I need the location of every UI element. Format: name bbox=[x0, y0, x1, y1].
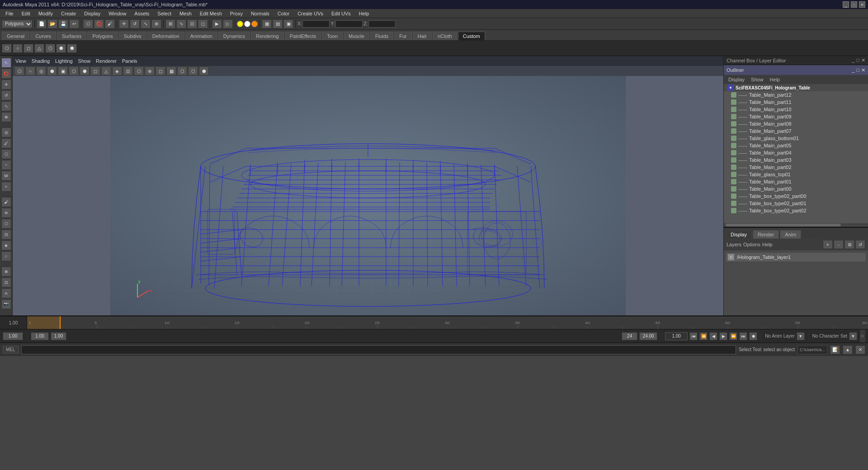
outliner-item-2[interactable]: —— Table_Main_part10 bbox=[724, 106, 868, 113]
shelf-icon-3[interactable]: ◻ bbox=[24, 44, 33, 53]
outliner-item-1[interactable]: —— Table_Main_part11 bbox=[724, 99, 868, 106]
vp-menu-renderer[interactable]: Renderer bbox=[96, 58, 117, 64]
shelf-icon-2[interactable]: ○ bbox=[13, 44, 23, 53]
outliner-vis-icon-15[interactable] bbox=[731, 201, 736, 206]
outliner-vis-icon-2[interactable] bbox=[731, 107, 736, 112]
scale-tool-btn[interactable]: ⤡ bbox=[1, 101, 11, 111]
outliner-vis-icon-13[interactable] bbox=[731, 186, 736, 192]
outliner-vis-icon-3[interactable] bbox=[731, 114, 736, 119]
outliner-vis-icon-4[interactable] bbox=[731, 121, 736, 127]
menu-window[interactable]: Window bbox=[105, 10, 130, 17]
outliner-item-0[interactable]: —— Table_Main_part12 bbox=[724, 91, 868, 99]
menu-normals[interactable]: Normals bbox=[247, 10, 273, 17]
step-forward-btn[interactable]: ⏩ bbox=[729, 332, 737, 340]
outliner-list[interactable]: ▼ SciFBXASC045Fi_Hologram_Table —— Table… bbox=[724, 84, 868, 223]
menu-proxy[interactable]: Proxy bbox=[226, 10, 246, 17]
step-back-btn[interactable]: ⏪ bbox=[699, 332, 708, 340]
shelf-tab-muscle[interactable]: Muscle bbox=[344, 32, 369, 40]
menu-help[interactable]: Help bbox=[355, 10, 373, 17]
record-btn[interactable]: ⏺ bbox=[749, 332, 757, 340]
layout-btn3[interactable]: ▣ bbox=[283, 19, 293, 28]
go-start-btn[interactable]: ⏮ bbox=[689, 332, 698, 340]
shelf-icon-1[interactable]: ⬡ bbox=[2, 44, 12, 53]
range-end-field[interactable] bbox=[639, 332, 657, 340]
maximize-btn[interactable]: □ bbox=[851, 1, 857, 8]
wire-btn[interactable]: W bbox=[1, 171, 11, 181]
playback-start-field[interactable] bbox=[51, 332, 66, 340]
outliner-vis-icon-10[interactable] bbox=[731, 164, 736, 170]
outliner-vis-icon-5[interactable] bbox=[731, 128, 736, 134]
outliner-item-4[interactable]: —— Table_Main_part08 bbox=[724, 120, 868, 127]
soft-mod-btn[interactable]: ◎ bbox=[1, 127, 11, 137]
vp-icon-16[interactable]: ⬡ bbox=[177, 66, 187, 75]
shelf-tab-custom[interactable]: Custom bbox=[458, 32, 485, 40]
blend-shape-btn[interactable]: ⊡ bbox=[1, 230, 11, 240]
vp-menu-shading[interactable]: Shading bbox=[32, 58, 50, 64]
vp-icon-1[interactable]: ⬡ bbox=[14, 66, 24, 75]
shelf-tab-ncloth[interactable]: nCloth bbox=[433, 32, 457, 40]
layer-refresh-btn[interactable]: ↺ bbox=[855, 240, 865, 249]
titlebar-controls[interactable]: _ □ ✕ bbox=[843, 1, 865, 8]
jiggle-btn[interactable]: ~ bbox=[1, 160, 11, 170]
outliner-vis-icon-1[interactable] bbox=[731, 99, 736, 105]
outliner-item-12[interactable]: —— Table_Main_part01 bbox=[724, 178, 868, 185]
outliner-minimize[interactable]: _ bbox=[852, 67, 854, 73]
annotation-btn[interactable]: A bbox=[1, 288, 11, 298]
shelf-tab-fur[interactable]: Fur bbox=[394, 32, 412, 40]
timeline-ruler[interactable]: 1 5 10 15 20 25 30 35 40 45 50 55 60 bbox=[27, 316, 868, 329]
menu-assets[interactable]: Assets bbox=[131, 10, 153, 17]
menu-edit-uvs[interactable]: Edit UVs bbox=[328, 10, 354, 17]
paint-select-btn[interactable]: 🖌 bbox=[105, 19, 115, 28]
open-scene-btn[interactable]: 📂 bbox=[47, 19, 57, 28]
vp-icon-8[interactable]: ◻ bbox=[90, 66, 100, 75]
camera-btn[interactable]: 📷 bbox=[1, 299, 11, 309]
layer-new-btn[interactable]: + bbox=[823, 240, 833, 249]
rotate-tool-btn[interactable]: ↺ bbox=[1, 90, 11, 100]
current-frame-display[interactable] bbox=[665, 332, 688, 340]
vp-menu-lighting[interactable]: Lighting bbox=[55, 58, 73, 64]
menu-mesh[interactable]: Mesh bbox=[176, 10, 195, 17]
menu-create-uvs[interactable]: Create UVs bbox=[294, 10, 327, 17]
outliner-vis-icon-14[interactable] bbox=[731, 193, 736, 199]
vp-menu-show[interactable]: Show bbox=[78, 58, 91, 64]
shelf-icon-4[interactable]: △ bbox=[34, 44, 44, 53]
menu-color[interactable]: Color bbox=[274, 10, 293, 17]
layer-menu-layers[interactable]: Layers bbox=[726, 242, 741, 247]
outliner-item-3[interactable]: —— Table_Main_part09 bbox=[724, 113, 868, 120]
snap-grid-btn[interactable]: ⊞ bbox=[165, 19, 175, 28]
outliner-maximize[interactable]: □ bbox=[856, 67, 859, 73]
minimize-btn[interactable]: _ bbox=[843, 1, 849, 8]
rotate-btn[interactable]: ↺ bbox=[130, 19, 140, 28]
menu-edit[interactable]: Edit bbox=[18, 10, 34, 17]
layout-btn1[interactable]: ▦ bbox=[262, 19, 272, 28]
workspace-select[interactable]: Polygons bbox=[2, 20, 33, 28]
char-set-btn[interactable]: ▼ bbox=[849, 332, 857, 340]
snap-curve-btn[interactable]: ∿ bbox=[176, 19, 186, 28]
shelf-tab-animation[interactable]: Animation bbox=[185, 32, 217, 40]
menu-create[interactable]: Create bbox=[57, 10, 80, 17]
cluster-btn[interactable]: ⬡ bbox=[1, 149, 11, 159]
cmd-scroll-btn[interactable]: ▲ bbox=[843, 345, 853, 354]
coord-z-input[interactable] bbox=[368, 20, 396, 28]
shelf-tab-fluids[interactable]: Fluids bbox=[370, 32, 393, 40]
shelf-tab-dynamics[interactable]: Dynamics bbox=[218, 32, 250, 40]
vp-icon-13[interactable]: ⊕ bbox=[145, 66, 155, 75]
range-start-field[interactable] bbox=[31, 332, 49, 340]
layer-tab-display[interactable]: Display bbox=[726, 230, 752, 239]
play-forward-btn[interactable]: ▶ bbox=[719, 332, 727, 340]
vp-icon-15[interactable]: ▦ bbox=[166, 66, 176, 75]
outliner-vis-icon-6[interactable] bbox=[731, 136, 736, 141]
save-scene-btn[interactable]: 💾 bbox=[58, 19, 68, 28]
menu-edit-mesh[interactable]: Edit Mesh bbox=[196, 10, 226, 17]
snap-surface-btn[interactable]: ◻ bbox=[198, 19, 208, 28]
viewport[interactable]: View Shading Lighting Show Renderer Pane… bbox=[13, 56, 723, 315]
layer-options-btn[interactable]: ⚙ bbox=[844, 240, 854, 249]
outliner-item-5[interactable]: —— Table_Main_part07 bbox=[724, 127, 868, 135]
script-editor-btn[interactable]: 📝 bbox=[830, 345, 840, 354]
outliner-hscroll-thumb[interactable] bbox=[726, 224, 841, 226]
shelf-tab-hair[interactable]: Hair bbox=[413, 32, 432, 40]
layer-menu-help[interactable]: Help bbox=[762, 242, 773, 247]
menu-modify[interactable]: Modify bbox=[35, 10, 57, 17]
outliner-menu-display[interactable]: Display bbox=[726, 76, 747, 83]
outliner-item-7[interactable]: —— Table_Main_part05 bbox=[724, 142, 868, 149]
